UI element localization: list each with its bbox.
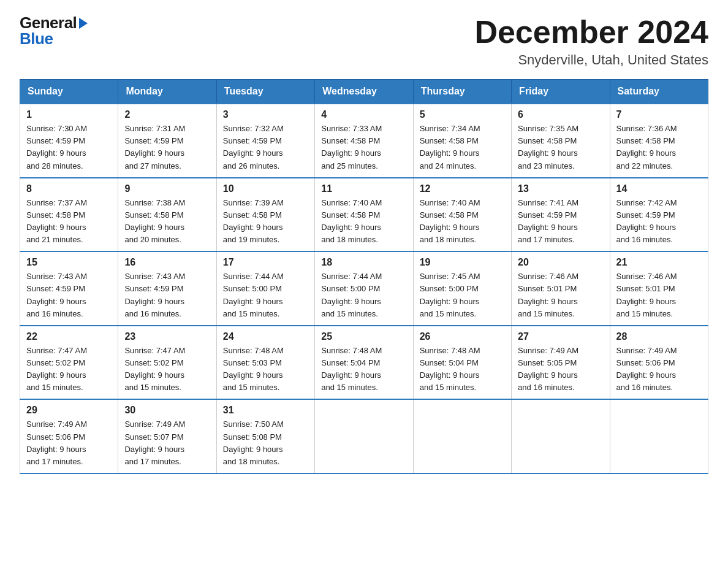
- day-info: Sunrise: 7:35 AMSunset: 4:58 PMDaylight:…: [518, 123, 603, 172]
- table-row: 10 Sunrise: 7:39 AMSunset: 4:58 PMDaylig…: [216, 178, 314, 252]
- table-row: 7 Sunrise: 7:36 AMSunset: 4:58 PMDayligh…: [610, 104, 708, 178]
- table-row: 29 Sunrise: 7:49 AMSunset: 5:06 PMDaylig…: [20, 399, 118, 473]
- day-number: 23: [124, 331, 210, 342]
- day-number: 16: [124, 257, 210, 268]
- day-number: 10: [223, 183, 308, 194]
- calendar-table: Sunday Monday Tuesday Wednesday Thursday…: [20, 79, 708, 474]
- day-number: 6: [518, 109, 603, 120]
- table-row: 6 Sunrise: 7:35 AMSunset: 4:58 PMDayligh…: [512, 104, 610, 178]
- header-sunday: Sunday: [20, 80, 118, 104]
- day-info: Sunrise: 7:44 AMSunset: 5:00 PMDaylight:…: [321, 270, 406, 320]
- day-info: Sunrise: 7:47 AMSunset: 5:02 PMDaylight:…: [124, 345, 210, 394]
- day-info: Sunrise: 7:32 AMSunset: 4:59 PMDaylight:…: [223, 123, 308, 172]
- day-number: 27: [518, 331, 603, 342]
- table-row: 19 Sunrise: 7:45 AMSunset: 5:00 PMDaylig…: [413, 251, 511, 326]
- day-info: Sunrise: 7:40 AMSunset: 4:58 PMDaylight:…: [321, 197, 406, 247]
- day-number: 13: [518, 183, 603, 194]
- day-info: Sunrise: 7:47 AMSunset: 5:02 PMDaylight:…: [26, 345, 112, 394]
- day-number: 11: [321, 183, 406, 194]
- day-info: Sunrise: 7:46 AMSunset: 5:01 PMDaylight:…: [616, 270, 702, 320]
- weekday-header-row: Sunday Monday Tuesday Wednesday Thursday…: [20, 80, 708, 104]
- header-friday: Friday: [512, 80, 610, 104]
- header-wednesday: Wednesday: [315, 80, 413, 104]
- day-number: 5: [420, 109, 505, 120]
- day-info: Sunrise: 7:44 AMSunset: 5:00 PMDaylight:…: [223, 270, 308, 320]
- header-saturday: Saturday: [610, 80, 708, 104]
- table-row: 28 Sunrise: 7:49 AMSunset: 5:06 PMDaylig…: [610, 326, 708, 400]
- day-number: 12: [420, 183, 505, 194]
- table-row: 18 Sunrise: 7:44 AMSunset: 5:00 PMDaylig…: [315, 251, 413, 326]
- day-number: 22: [26, 331, 112, 342]
- table-row: [413, 399, 511, 473]
- table-row: 4 Sunrise: 7:33 AMSunset: 4:58 PMDayligh…: [315, 104, 413, 178]
- day-number: 21: [616, 257, 702, 268]
- day-number: 9: [124, 183, 210, 194]
- day-info: Sunrise: 7:34 AMSunset: 4:58 PMDaylight:…: [420, 123, 505, 172]
- day-number: 25: [321, 331, 406, 342]
- header-tuesday: Tuesday: [216, 80, 314, 104]
- day-number: 20: [518, 257, 603, 268]
- table-row: 15 Sunrise: 7:43 AMSunset: 4:59 PMDaylig…: [20, 251, 118, 326]
- day-info: Sunrise: 7:49 AMSunset: 5:07 PMDaylight:…: [124, 418, 210, 468]
- calendar-week-row: 1 Sunrise: 7:30 AMSunset: 4:59 PMDayligh…: [20, 104, 708, 178]
- day-info: Sunrise: 7:30 AMSunset: 4:59 PMDaylight:…: [26, 123, 112, 172]
- day-info: Sunrise: 7:50 AMSunset: 5:08 PMDaylight:…: [223, 418, 308, 468]
- day-number: 7: [616, 109, 702, 120]
- header-monday: Monday: [118, 80, 216, 104]
- day-info: Sunrise: 7:43 AMSunset: 4:59 PMDaylight:…: [124, 270, 210, 320]
- table-row: 2 Sunrise: 7:31 AMSunset: 4:59 PMDayligh…: [118, 104, 216, 178]
- day-info: Sunrise: 7:43 AMSunset: 4:59 PMDaylight:…: [26, 270, 112, 320]
- calendar-week-row: 15 Sunrise: 7:43 AMSunset: 4:59 PMDaylig…: [20, 251, 708, 326]
- day-number: 19: [420, 257, 505, 268]
- table-row: 12 Sunrise: 7:40 AMSunset: 4:58 PMDaylig…: [413, 178, 511, 252]
- table-row: 24 Sunrise: 7:48 AMSunset: 5:03 PMDaylig…: [216, 326, 314, 400]
- day-info: Sunrise: 7:41 AMSunset: 4:59 PMDaylight:…: [518, 197, 603, 247]
- table-row: 11 Sunrise: 7:40 AMSunset: 4:58 PMDaylig…: [315, 178, 413, 252]
- title-block: December 2024 Snyderville, Utah, United …: [474, 15, 708, 68]
- day-info: Sunrise: 7:40 AMSunset: 4:58 PMDaylight:…: [420, 197, 505, 247]
- table-row: [315, 399, 413, 473]
- table-row: 3 Sunrise: 7:32 AMSunset: 4:59 PMDayligh…: [216, 104, 314, 178]
- day-info: Sunrise: 7:31 AMSunset: 4:59 PMDaylight:…: [124, 123, 210, 172]
- day-info: Sunrise: 7:49 AMSunset: 5:05 PMDaylight:…: [518, 345, 603, 394]
- table-row: 25 Sunrise: 7:48 AMSunset: 5:04 PMDaylig…: [315, 326, 413, 400]
- table-row: 13 Sunrise: 7:41 AMSunset: 4:59 PMDaylig…: [512, 178, 610, 252]
- table-row: 1 Sunrise: 7:30 AMSunset: 4:59 PMDayligh…: [20, 104, 118, 178]
- day-number: 30: [124, 405, 210, 416]
- table-row: 22 Sunrise: 7:47 AMSunset: 5:02 PMDaylig…: [20, 326, 118, 400]
- table-row: 30 Sunrise: 7:49 AMSunset: 5:07 PMDaylig…: [118, 399, 216, 473]
- table-row: 26 Sunrise: 7:48 AMSunset: 5:04 PMDaylig…: [413, 326, 511, 400]
- table-row: 23 Sunrise: 7:47 AMSunset: 5:02 PMDaylig…: [118, 326, 216, 400]
- table-row: 5 Sunrise: 7:34 AMSunset: 4:58 PMDayligh…: [413, 104, 511, 178]
- day-number: 2: [124, 109, 210, 120]
- table-row: 17 Sunrise: 7:44 AMSunset: 5:00 PMDaylig…: [216, 251, 314, 326]
- logo: General Blue: [20, 15, 88, 47]
- logo-general-text: General: [20, 15, 77, 31]
- table-row: [512, 399, 610, 473]
- day-info: Sunrise: 7:45 AMSunset: 5:00 PMDaylight:…: [420, 270, 505, 320]
- day-info: Sunrise: 7:36 AMSunset: 4:58 PMDaylight:…: [616, 123, 702, 172]
- day-info: Sunrise: 7:49 AMSunset: 5:06 PMDaylight:…: [616, 345, 702, 394]
- day-info: Sunrise: 7:39 AMSunset: 4:58 PMDaylight:…: [223, 197, 308, 247]
- day-number: 1: [26, 109, 112, 120]
- day-number: 18: [321, 257, 406, 268]
- calendar-week-row: 8 Sunrise: 7:37 AMSunset: 4:58 PMDayligh…: [20, 178, 708, 252]
- day-number: 14: [616, 183, 702, 194]
- day-number: 26: [420, 331, 505, 342]
- table-row: 14 Sunrise: 7:42 AMSunset: 4:59 PMDaylig…: [610, 178, 708, 252]
- day-number: 29: [26, 405, 112, 416]
- table-row: 9 Sunrise: 7:38 AMSunset: 4:58 PMDayligh…: [118, 178, 216, 252]
- header-thursday: Thursday: [413, 80, 511, 104]
- day-number: 24: [223, 331, 308, 342]
- location-title: Snyderville, Utah, United States: [474, 52, 708, 68]
- day-info: Sunrise: 7:48 AMSunset: 5:04 PMDaylight:…: [420, 345, 505, 394]
- logo-blue-text: Blue: [20, 31, 53, 47]
- day-info: Sunrise: 7:42 AMSunset: 4:59 PMDaylight:…: [616, 197, 702, 247]
- table-row: 8 Sunrise: 7:37 AMSunset: 4:58 PMDayligh…: [20, 178, 118, 252]
- table-row: 27 Sunrise: 7:49 AMSunset: 5:05 PMDaylig…: [512, 326, 610, 400]
- day-info: Sunrise: 7:48 AMSunset: 5:03 PMDaylight:…: [223, 345, 308, 394]
- day-number: 17: [223, 257, 308, 268]
- logo-triangle-icon: [79, 18, 88, 29]
- day-number: 3: [223, 109, 308, 120]
- day-info: Sunrise: 7:33 AMSunset: 4:58 PMDaylight:…: [321, 123, 406, 172]
